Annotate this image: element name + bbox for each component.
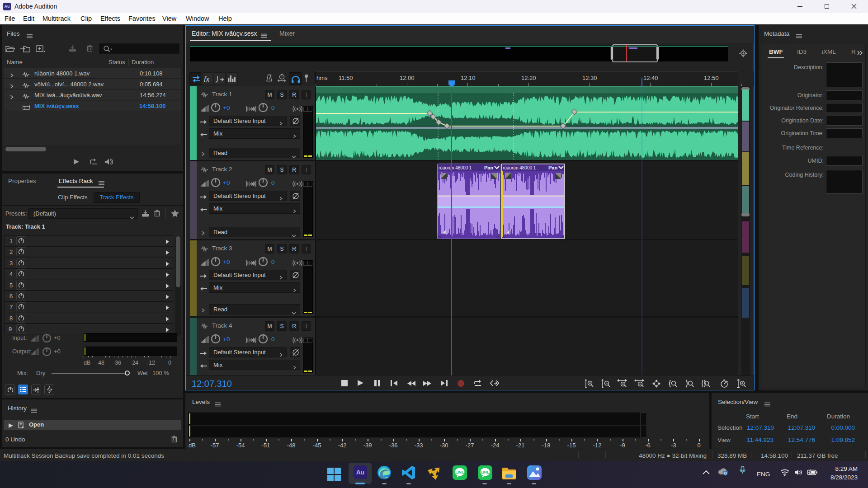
svg-text:rúàorún 48000 1: rúàorún 48000 1 bbox=[503, 165, 536, 170]
svg-text:fx: fx bbox=[204, 75, 210, 83]
svg-text:LINE: LINE bbox=[481, 470, 490, 474]
svg-text:LINE: LINE bbox=[455, 470, 464, 474]
svg-text:Pan: Pan bbox=[548, 165, 557, 170]
svg-text:rúàorún 48000 1: rúàorún 48000 1 bbox=[439, 165, 472, 170]
svg-text:Pan: Pan bbox=[484, 165, 493, 170]
